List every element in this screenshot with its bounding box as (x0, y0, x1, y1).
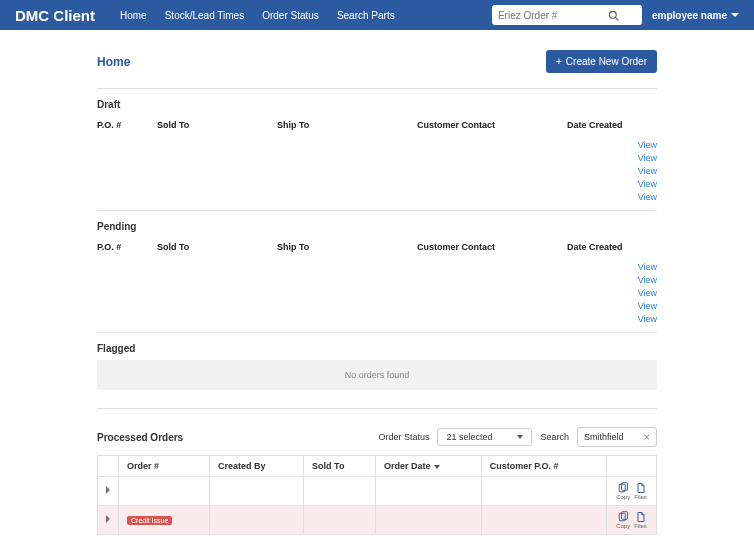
files-label: Files (634, 494, 647, 500)
copy-button[interactable]: Copy (616, 482, 630, 500)
col-created: Date Created (567, 120, 637, 130)
section-flagged-title: Flagged (97, 343, 657, 354)
col-ship-to: Ship To (277, 120, 417, 130)
col-order[interactable]: Order # (119, 456, 210, 477)
clear-search-icon[interactable]: × (644, 431, 650, 443)
col-sold-to: Sold To (157, 242, 277, 252)
svg-line-1 (616, 17, 619, 20)
processed-search-input[interactable]: Smithfield × (577, 427, 657, 447)
view-link[interactable]: View (638, 153, 657, 163)
col-created: Date Created (567, 242, 637, 252)
topnav: Home Stock/Lead Times Order Status Searc… (120, 10, 395, 21)
svg-point-0 (609, 11, 616, 18)
nav-order-status[interactable]: Order Status (262, 10, 319, 21)
col-order-date[interactable]: Order Date (375, 456, 481, 477)
status-select[interactable]: 21 selected (437, 428, 532, 446)
col-contact: Customer Contact (417, 242, 567, 252)
table-row: Credit Issue Copy Files (98, 506, 657, 535)
sort-desc-icon (434, 465, 440, 469)
chevron-down-icon (731, 13, 739, 17)
credit-issue-badge: Credit Issue (127, 516, 172, 525)
chevron-right-icon (106, 515, 110, 523)
view-link[interactable]: View (638, 314, 657, 324)
search-icon[interactable] (608, 10, 619, 21)
col-created-by[interactable]: Created By (209, 456, 303, 477)
create-order-button[interactable]: + Create New Order (546, 50, 657, 73)
files-label: Files (634, 523, 647, 529)
pending-rows: View View View View View (97, 262, 657, 324)
row-expander[interactable] (98, 506, 119, 535)
col-sold-to: Sold To (157, 120, 277, 130)
processed-table: Order # Created By Sold To Order Date Cu… (97, 455, 657, 535)
view-link[interactable]: View (638, 140, 657, 150)
order-date-label: Order Date (384, 461, 431, 471)
nav-stock[interactable]: Stock/Lead Times (165, 10, 244, 21)
col-po: P.O. # (97, 120, 157, 130)
view-link[interactable]: View (638, 192, 657, 202)
chevron-down-icon (517, 435, 523, 439)
view-link[interactable]: View (638, 166, 657, 176)
chevron-right-icon (106, 486, 110, 494)
files-button[interactable]: Files (634, 511, 647, 529)
copy-label: Copy (616, 494, 630, 500)
view-link[interactable]: View (638, 301, 657, 311)
search-value: Smithfield (584, 432, 624, 442)
col-contact: Customer Contact (417, 120, 567, 130)
page-title: Home (97, 55, 130, 69)
search-label: Search (540, 432, 569, 442)
flagged-empty: No orders found (97, 360, 657, 390)
view-link[interactable]: View (638, 262, 657, 272)
create-order-label: Create New Order (566, 56, 647, 67)
section-pending-title: Pending (97, 221, 657, 232)
order-search[interactable] (492, 5, 642, 25)
col-expander (98, 456, 119, 477)
copy-button[interactable]: Copy (616, 511, 630, 529)
employee-menu[interactable]: employee name (652, 10, 739, 21)
col-customer-po[interactable]: Customer P.O. # (481, 456, 606, 477)
draft-columns: P.O. # Sold To Ship To Customer Contact … (97, 116, 657, 134)
topbar: DMC Client Home Stock/Lead Times Order S… (0, 0, 754, 30)
nav-home[interactable]: Home (120, 10, 147, 21)
col-po: P.O. # (97, 242, 157, 252)
section-processed-title: Processed Orders (97, 432, 183, 443)
plus-icon: + (556, 56, 562, 67)
status-value: 21 selected (446, 432, 492, 442)
pending-columns: P.O. # Sold To Ship To Customer Contact … (97, 238, 657, 256)
order-search-input[interactable] (498, 10, 608, 21)
section-draft-title: Draft (97, 99, 657, 110)
brand: DMC Client (15, 7, 95, 24)
processed-filters: Order Status 21 selected Search Smithfie… (378, 427, 657, 447)
status-label: Order Status (378, 432, 429, 442)
col-ship-to: Ship To (277, 242, 417, 252)
copy-label: Copy (616, 523, 630, 529)
view-link[interactable]: View (638, 179, 657, 189)
employee-name: employee name (652, 10, 727, 21)
table-row: Copy Files (98, 477, 657, 506)
col-sold-to[interactable]: Sold To (304, 456, 376, 477)
view-link[interactable]: View (638, 275, 657, 285)
row-expander[interactable] (98, 477, 119, 506)
files-button[interactable]: Files (634, 482, 647, 500)
nav-search-parts[interactable]: Search Parts (337, 10, 395, 21)
draft-rows: View View View View View (97, 140, 657, 202)
col-actions (607, 456, 657, 477)
view-link[interactable]: View (638, 288, 657, 298)
